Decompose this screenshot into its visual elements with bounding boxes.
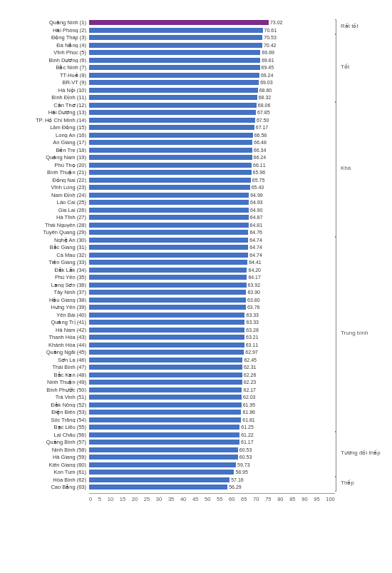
bar-value: 66.34 xyxy=(254,148,267,153)
bar xyxy=(89,58,260,63)
bar-value: 63.21 xyxy=(246,335,259,340)
row-label: Phú Yên (35) xyxy=(7,274,89,281)
bar xyxy=(89,395,242,400)
bar xyxy=(89,20,269,25)
row-label: Nghệ An (30) xyxy=(7,237,89,244)
bar xyxy=(89,417,241,422)
bar-value: 64.20 xyxy=(248,268,261,273)
bar xyxy=(89,365,242,370)
axis-tick: 65 xyxy=(241,496,247,502)
bar-row: 73.02 xyxy=(89,19,335,26)
axis-tick: 95 xyxy=(314,496,319,502)
row-label: Lai Châu (56) xyxy=(7,432,89,439)
bar-row: 68.06 xyxy=(89,102,335,109)
bar-value: 69.03 xyxy=(260,80,273,85)
row-label: Lâm Đồng (15) xyxy=(7,124,89,131)
bar-value: 62.31 xyxy=(244,365,257,370)
category-label: Khá xyxy=(338,165,385,172)
bar xyxy=(89,350,244,355)
bar xyxy=(89,283,247,288)
bar-value: 63.90 xyxy=(247,290,260,295)
row-label: Thái Bình (47) xyxy=(7,364,89,371)
bar-row: 62.03 xyxy=(89,394,335,401)
row-label: Nam Định (24) xyxy=(7,192,89,199)
bar xyxy=(89,305,246,310)
bar xyxy=(89,65,260,70)
bar-value: 64.17 xyxy=(248,275,261,280)
bar xyxy=(89,43,262,48)
bar-value: 64.87 xyxy=(250,215,263,220)
bar-value: 62.17 xyxy=(243,387,256,392)
bar-row: 64.20 xyxy=(89,267,335,274)
row-label: Cà Mau (32) xyxy=(7,252,89,259)
row-label: Bình Phước (50) xyxy=(7,387,89,394)
category-bracket xyxy=(335,432,336,477)
bar-value: 69.24 xyxy=(261,73,274,78)
bar xyxy=(89,35,262,40)
bar-row: 65.75 xyxy=(89,177,335,184)
bar-row: 62.45 xyxy=(89,357,335,364)
bar-row: 58.95 xyxy=(89,469,335,476)
bar-row: 61.17 xyxy=(89,439,335,446)
bar-value: 61.95 xyxy=(243,402,256,407)
axis-tick: 0 xyxy=(89,496,92,502)
row-label: TP. Hồ Chí Minh (14) xyxy=(7,117,89,124)
bar-row: 63.33 xyxy=(89,319,335,326)
row-label: Vĩnh Long (23) xyxy=(7,184,89,191)
bar-value: 58.95 xyxy=(235,470,248,475)
bar xyxy=(89,245,248,250)
bar-row: 60.53 xyxy=(89,454,335,461)
row-label: BR-VT (9) xyxy=(7,79,89,86)
bar-row: 59.73 xyxy=(89,462,335,469)
bar xyxy=(89,455,238,460)
bar xyxy=(89,372,242,377)
bar-row: 66.11 xyxy=(89,162,335,169)
row-label: Bạc Liêu (55) xyxy=(7,424,89,431)
bar-value: 64.74 xyxy=(249,238,262,243)
axis-tick: 80 xyxy=(277,496,283,502)
bar xyxy=(89,28,263,33)
bar-row: 66.58 xyxy=(89,132,335,139)
bar-row: 69.24 xyxy=(89,72,335,79)
bar-row: 63.92 xyxy=(89,282,335,289)
bar-value: 73.02 xyxy=(270,20,283,25)
axis-tick: 70 xyxy=(253,496,259,502)
bar-value: 64.99 xyxy=(250,193,263,198)
bar xyxy=(89,50,260,55)
row-label: Long An (16) xyxy=(7,132,89,139)
bar xyxy=(89,118,255,123)
row-label: Sơn La (46) xyxy=(7,357,89,364)
bar xyxy=(89,328,244,333)
bar xyxy=(89,477,229,482)
bar-value: 63.11 xyxy=(246,343,259,348)
row-label: Hưng Yên (39) xyxy=(7,304,89,311)
bar-row: 64.87 xyxy=(89,214,335,221)
bar-value: 66.24 xyxy=(254,155,267,160)
bar xyxy=(89,387,242,392)
bar-value: 61.86 xyxy=(242,410,255,415)
bar xyxy=(89,95,257,100)
axis-tick: 75 xyxy=(265,496,271,502)
bar-value: 65.96 xyxy=(253,170,266,175)
bar-value: 66.11 xyxy=(253,163,266,168)
bar xyxy=(89,200,249,205)
bar-row: 70.53 xyxy=(89,34,335,41)
axis-tick: 20 xyxy=(132,496,138,502)
bar xyxy=(89,110,256,115)
category-label: Tương đối thấp xyxy=(338,450,385,457)
axis-tick: 10 xyxy=(108,496,113,502)
axis-tick: 60 xyxy=(229,496,234,502)
row-label: Quảng Trị (41) xyxy=(7,319,89,326)
row-label: Hòa Bình (62) xyxy=(7,477,89,484)
bar xyxy=(89,208,249,213)
bar xyxy=(89,462,236,467)
bar-row: 64.41 xyxy=(89,259,335,266)
axis-tick: 50 xyxy=(205,496,210,502)
axis-tick: 55 xyxy=(217,496,222,502)
row-label: Kon Tum (61) xyxy=(7,469,89,476)
bar-value: 60.53 xyxy=(239,455,252,460)
axis-tick: 35 xyxy=(168,496,174,502)
bar-value: 64.81 xyxy=(250,223,263,228)
bar-value: 63.33 xyxy=(246,320,259,325)
row-label: Tuyên Quang (29) xyxy=(7,229,89,236)
